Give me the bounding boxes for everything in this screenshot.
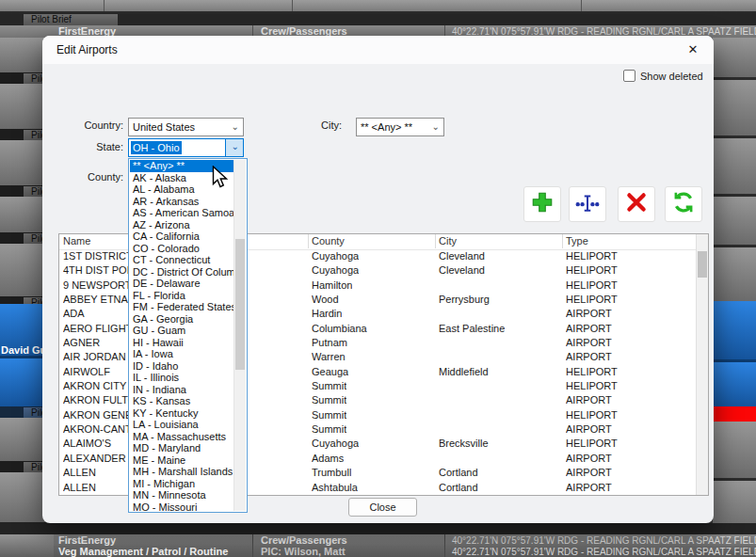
state-list-scrollbar-thumb[interactable] <box>235 239 245 370</box>
state-select[interactable]: OH - Ohio ⌄ <box>128 138 244 157</box>
state-option[interactable]: CO - Colorado <box>130 243 233 255</box>
add-airport-button[interactable] <box>523 186 561 222</box>
state-option[interactable]: DC - District Of Colum <box>130 266 233 278</box>
state-dropdown-button[interactable]: ⌄ <box>225 139 243 156</box>
mouse-cursor <box>212 166 229 194</box>
state-option[interactable]: IN - Indiana <box>130 384 233 396</box>
state-option[interactable]: FL - Florida <box>130 290 233 302</box>
city-value: ** <Any> ** <box>361 121 412 133</box>
dialog-titlebar: Edit Airports ✕ <box>42 36 714 64</box>
background-bottom-corner <box>0 534 55 557</box>
coordinates-label: 40°22.71'N 075°57.91'W RDG - READING RGN… <box>452 546 756 557</box>
county-label: County: <box>61 171 123 183</box>
refresh-icon <box>671 190 696 218</box>
background-top-strip <box>0 0 756 13</box>
state-option[interactable]: KS - Kansas <box>130 395 233 407</box>
pilot-brief-tab[interactable]: Pilot Brief <box>24 14 118 25</box>
edit-airports-dialog: Edit Airports ✕ Show deleted Country: Un… <box>42 36 714 523</box>
state-dropdown-list: ** <Any> **AK - AlaskaAL - AlabamaAR - A… <box>128 158 248 513</box>
insert-airport-button[interactable] <box>569 186 606 222</box>
state-option[interactable]: MD - Maryland <box>130 442 233 454</box>
state-list-scrollbar[interactable] <box>233 160 246 511</box>
state-option[interactable]: IL - Illinois <box>130 372 233 384</box>
state-option[interactable]: FM - Federated States <box>130 301 233 313</box>
state-option[interactable]: LA - Louisiana <box>130 419 233 431</box>
schedule-row-bottom-2: Veg Management / Patrol / Routine PIC: W… <box>54 546 756 557</box>
column-header-county[interactable]: County <box>312 235 345 247</box>
state-option[interactable]: KY - Kentucky <box>130 407 233 420</box>
city-select[interactable]: ** <Any> ** ⌄ <box>356 118 444 136</box>
background-bottom-strip <box>0 523 756 534</box>
delete-airport-button[interactable] <box>618 186 655 222</box>
state-option[interactable]: AZ - Arizona <box>130 219 233 231</box>
state-option[interactable]: MO - Missouri <box>130 501 233 512</box>
background-tab-strip: Pilot Brief <box>0 13 756 25</box>
table-scrollbar[interactable] <box>696 234 708 495</box>
table-scrollbar-thumb[interactable] <box>698 251 707 278</box>
state-option[interactable]: DE - Delaware <box>130 278 233 290</box>
flight-description-label: Veg Management / Patrol / Routine <box>58 546 228 557</box>
country-label: Country: <box>61 119 123 131</box>
refresh-button[interactable] <box>665 186 702 222</box>
state-option[interactable]: AR - Arkansas <box>130 196 233 208</box>
close-button[interactable]: Close <box>348 498 417 517</box>
state-option[interactable]: HI - Hawaii <box>130 337 233 349</box>
show-deleted-label: Show deleted <box>640 71 703 82</box>
show-deleted-row: Show deleted <box>623 70 703 82</box>
state-option[interactable]: CT - Connecticut <box>130 254 233 266</box>
column-header-type[interactable]: Type <box>566 235 588 247</box>
show-deleted-checkbox[interactable] <box>623 70 635 82</box>
state-option[interactable]: ID - Idaho <box>130 360 233 373</box>
state-option[interactable]: GA - Georgia <box>130 313 233 326</box>
chevron-down-icon: ⌄ <box>232 121 239 132</box>
city-label: City: <box>297 119 342 131</box>
insert-icon <box>575 190 600 218</box>
state-option[interactable]: IA - Iowa <box>130 348 233 360</box>
state-option[interactable]: ME - Maine <box>130 454 233 467</box>
background-right-column <box>713 38 756 534</box>
column-header-city[interactable]: City <box>439 235 457 247</box>
pic-label: PIC: Wilson, Matt <box>261 546 346 557</box>
country-select[interactable]: United States ⌄ <box>128 118 244 136</box>
chevron-down-icon: ⌄ <box>232 141 239 151</box>
delete-icon <box>624 190 649 218</box>
dialog-title: Edit Airports <box>56 43 118 56</box>
state-option[interactable]: GU - Guam <box>130 325 233 337</box>
state-option[interactable]: MH - Marshall Islands <box>130 466 233 478</box>
schedule-row-bottom-1: FirstEnergy Crew/Passengers 40°22.71'N 0… <box>54 534 756 546</box>
country-value: United States <box>133 121 195 133</box>
state-option[interactable]: MA - Massachusetts <box>130 431 233 443</box>
state-option[interactable]: MN - Minnesota <box>130 489 233 501</box>
state-value: OH - Ohio <box>131 141 182 154</box>
add-icon <box>530 190 555 218</box>
state-label: State: <box>61 141 123 152</box>
state-option[interactable]: AS - American Samoa <box>130 207 233 219</box>
event-alert-block <box>713 406 756 422</box>
close-icon[interactable]: ✕ <box>684 41 701 58</box>
chevron-down-icon: ⌄ <box>432 121 440 132</box>
state-option[interactable]: MI - Michigan <box>130 478 233 490</box>
state-option[interactable]: CA - California <box>130 231 233 243</box>
